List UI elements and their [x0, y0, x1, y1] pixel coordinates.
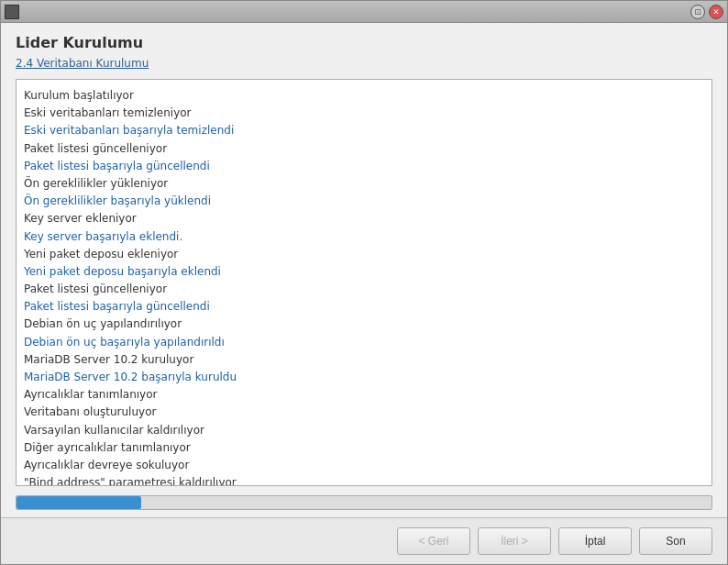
log-line: Paket listesi başarıyla güncellendi: [24, 298, 704, 316]
app-icon: [5, 5, 19, 19]
page-title: Lider Kurulumu: [16, 34, 712, 51]
log-line: "Bind address" parametresi kaldırılıyor: [24, 474, 704, 486]
main-window: ⊡ ✕ Lider Kurulumu 2.4 Veritabanı Kurulu…: [0, 0, 728, 565]
log-area: Kurulum başlatılıyorEski veritabanları t…: [16, 79, 712, 486]
log-line: Veritabanı oluşturuluyor: [24, 404, 704, 421]
log-line: Debian ön uç yapılandırılıyor: [24, 316, 704, 333]
finish-button[interactable]: Son: [639, 527, 712, 555]
log-line: Debian ön uç başarıyla yapılandırıldı: [24, 334, 704, 351]
restore-button[interactable]: ⊡: [690, 5, 705, 19]
cancel-button[interactable]: İptal: [558, 527, 632, 555]
content-area: Lider Kurulumu 2.4 Veritabanı Kurulumu K…: [1, 23, 727, 517]
log-line: Eski veritabanları temizleniyor: [24, 105, 704, 122]
log-line: MariaDB Server 10.2 kuruluyor: [24, 351, 704, 369]
progress-area: [16, 495, 712, 510]
log-line: Kurulum başlatılıyor: [24, 87, 704, 105]
back-button[interactable]: < Geri: [397, 527, 470, 555]
log-line: Varsayılan kullanıcılar kaldırılıyor: [24, 422, 704, 439]
log-line: Ön gereklilikler başarıyla yüklendi: [24, 193, 704, 210]
button-row: < Geri İleri > İptal Son: [1, 517, 727, 564]
titlebar-controls: ⊡ ✕: [690, 5, 723, 19]
next-button[interactable]: İleri >: [478, 527, 551, 555]
titlebar-left: [5, 5, 19, 19]
log-line: Paket listesi güncelleniyor: [24, 140, 704, 158]
log-line: Key server ekleniyor: [24, 210, 704, 227]
log-line: Diğer ayrıcalıklar tanımlanıyor: [24, 439, 704, 457]
titlebar: ⊡ ✕: [1, 1, 727, 23]
log-line: Yeni paket deposu ekleniyor: [24, 246, 704, 263]
log-line: MariaDB Server 10.2 başarıyla kuruldu: [24, 369, 704, 386]
log-line: Key server başarıyla eklendi.: [24, 228, 704, 246]
log-line: Yeni paket deposu başarıyla eklendi: [24, 263, 704, 281]
close-button[interactable]: ✕: [709, 5, 723, 19]
log-line: Ön gereklilikler yükleniyor: [24, 175, 704, 193]
log-line: Paket listesi başarıyla güncellendi: [24, 158, 704, 175]
log-line: Ayrıcalıklar tanımlanıyor: [24, 386, 704, 404]
breadcrumb[interactable]: 2.4 Veritabanı Kurulumu: [16, 57, 712, 70]
log-line: Ayrıcalıklar devreye sokuluyor: [24, 457, 704, 474]
log-line: Eski veritabanları başarıyla temizlendi: [24, 122, 704, 139]
log-line: Paket listesi güncelleniyor: [24, 281, 704, 298]
progress-bar: [17, 496, 141, 509]
